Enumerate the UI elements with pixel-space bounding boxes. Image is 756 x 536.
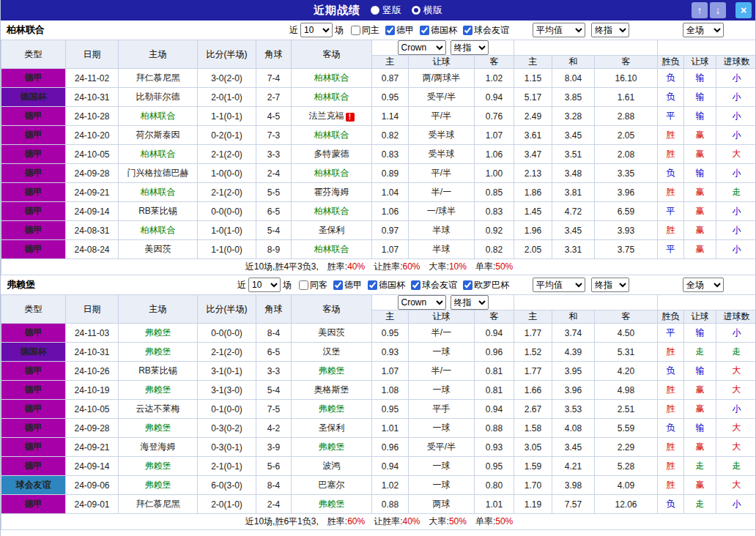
scroll-up-button[interactable]: ↑ <box>692 2 708 18</box>
odds-draw: 4.39 <box>552 343 595 362</box>
bookmaker-select[interactable]: Crown <box>398 40 446 55</box>
column-header: 胜负 <box>658 310 684 324</box>
team-label: 圣保利 <box>319 423 345 433</box>
filter-option[interactable]: 欧罗巴杯 <box>463 279 509 291</box>
match-result: 胜 <box>658 343 684 362</box>
team-label: 柏林联合 <box>314 92 349 102</box>
score: 3-1(3-0) <box>198 381 256 400</box>
final-odds-select[interactable]: 终指 <box>451 40 489 55</box>
filter-option[interactable]: 同主 <box>351 24 379 37</box>
close-icon[interactable]: × <box>735 2 752 18</box>
handicap-result: 输 <box>684 324 716 343</box>
ah-away-odds: 0.96 <box>475 343 514 362</box>
filter-option[interactable]: 球会友谊 <box>463 24 509 37</box>
match-date: 24-09-14 <box>66 202 119 221</box>
ah-away-odds: 0.88 <box>475 419 514 438</box>
filter-checkbox[interactable] <box>351 26 360 35</box>
final-odds-select[interactable]: 终指 <box>591 278 629 292</box>
handicap-result: 赢 <box>684 476 716 495</box>
goals-result: 大 <box>716 419 756 438</box>
home-team: 比勒菲尔德 <box>119 88 198 107</box>
corners: 5-4 <box>256 221 292 240</box>
average-select[interactable]: 平均值 <box>533 278 585 292</box>
column-header: 客 <box>595 310 658 324</box>
summary-stat: 让胜率:40% <box>374 516 420 526</box>
match-result: 胜 <box>658 126 684 145</box>
filter-checkbox[interactable] <box>299 280 308 290</box>
radio-unselected-icon[interactable] <box>371 6 379 15</box>
filter-option[interactable]: 球会友谊 <box>411 279 457 291</box>
ah-home-odds: 0.95 <box>372 324 409 343</box>
filter-checkbox[interactable] <box>368 280 377 290</box>
competition-badge: 德国杯 <box>1 88 66 107</box>
scope-select[interactable]: 全场 <box>683 23 724 37</box>
match-date: 24-10-20 <box>66 126 119 145</box>
filter-checkbox[interactable] <box>463 280 472 290</box>
scope-select[interactable]: 全场 <box>683 278 724 292</box>
ah-home-odds: 0.96 <box>372 438 409 457</box>
odds-home: 1.19 <box>514 495 552 514</box>
column-header: 主 <box>372 56 409 69</box>
score: 6-0(3-0) <box>198 476 256 495</box>
filter-checkbox[interactable] <box>411 280 420 290</box>
ah-home-odds: 1.06 <box>372 202 409 221</box>
average-select[interactable]: 平均值 <box>533 23 585 37</box>
handicap-line: 受半球 <box>409 145 475 164</box>
score: 0-0(0-0) <box>198 202 256 221</box>
ah-away-odds: 0.81 <box>475 362 514 381</box>
competition-badge: 球会友谊 <box>1 476 66 495</box>
scroll-down-button[interactable]: ↓ <box>710 2 726 18</box>
filter-checkbox[interactable] <box>420 26 429 35</box>
filter-label: 欧罗巴杯 <box>474 279 509 291</box>
filter-label: 德国杯 <box>431 24 457 37</box>
summary-stat: 让胜率:60% <box>374 261 420 272</box>
handicap-line: 两/两球半 <box>409 69 475 88</box>
layout-option-vertical[interactable]: 竖版 <box>371 4 401 17</box>
filter-checkbox[interactable] <box>333 280 343 290</box>
competition-badge: 德甲 <box>1 438 66 457</box>
filter-checkbox[interactable] <box>463 26 472 35</box>
ah-away-odds: 0.80 <box>475 476 514 495</box>
filter-option[interactable]: 德甲 <box>333 279 362 291</box>
column-header: 胜负 <box>658 56 684 69</box>
team-label: 比勒菲尔德 <box>136 92 180 102</box>
column-header: 让球 <box>409 310 475 324</box>
filter-option[interactable]: 同客 <box>299 279 327 291</box>
bookmaker-select[interactable]: Crown <box>398 295 446 310</box>
filter-label: 球会友谊 <box>474 24 509 37</box>
competition-badge: 德甲 <box>1 457 66 476</box>
column-header: 角球 <box>256 40 292 69</box>
match-date: 24-11-03 <box>66 324 119 343</box>
ah-away-odds: 1.07 <box>475 126 514 145</box>
final-odds-select[interactable]: 终指 <box>451 295 489 310</box>
filter-option[interactable]: 德国杯 <box>368 279 405 291</box>
filter-checkbox[interactable] <box>385 26 395 35</box>
corners: 6-5 <box>256 202 292 221</box>
layout-option-horizontal[interactable]: 横版 <box>412 4 442 17</box>
corners: 4-5 <box>256 107 292 126</box>
odds-home: 1.52 <box>514 343 552 362</box>
odds-away: 2.05 <box>595 126 658 145</box>
filter-option[interactable]: 德甲 <box>385 24 414 37</box>
match-date: 24-10-31 <box>66 88 119 107</box>
goals-result: 小 <box>716 495 756 514</box>
ah-home-odds: 1.07 <box>372 362 409 381</box>
team-label: 柏林联合 <box>314 130 349 140</box>
handicap-line: 一/球半 <box>409 202 475 221</box>
team-label: 弗赖堡 <box>319 365 345 376</box>
goals-result: 小 <box>716 164 756 183</box>
goals-result: 大 <box>716 438 756 457</box>
final-odds-select[interactable]: 终指 <box>591 23 629 37</box>
match-row: 德甲24-11-03弗赖堡0-0(0-0)8-4美因茨0.95半/一0.941.… <box>1 324 756 343</box>
filter-option[interactable]: 德国杯 <box>420 24 457 37</box>
handicap-result: 赢 <box>684 381 716 400</box>
summary-stat-label: 让胜率: <box>374 261 402 272</box>
radio-selected-icon[interactable] <box>412 6 420 15</box>
team-label: 柏林联合 <box>141 187 176 197</box>
corners: 7-3 <box>256 126 292 145</box>
games-count-select[interactable]: 10 <box>300 23 333 37</box>
near-label: 近 <box>289 24 298 37</box>
games-count-select[interactable]: 10 <box>248 278 281 292</box>
odds-away: 3.93 <box>595 221 658 240</box>
ah-away-odds: 1.06 <box>475 145 514 164</box>
